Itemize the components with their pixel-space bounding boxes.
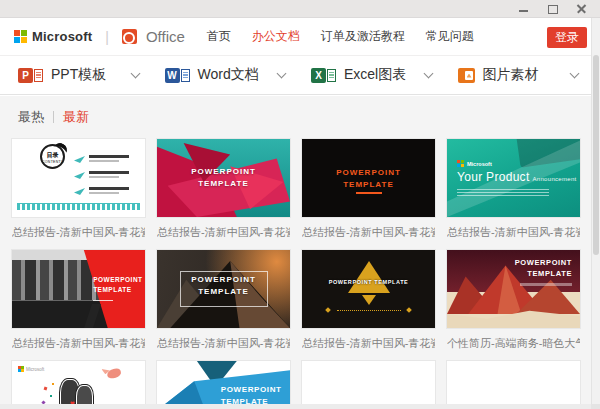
chevron-down-icon[interactable] [277, 68, 287, 78]
nav-link-home[interactable]: 首页 [207, 28, 231, 45]
vertical-scrollbar[interactable] [591, 18, 600, 404]
template-thumbnail[interactable]: POWERPOINT TEMPLATE [302, 250, 435, 328]
powerpoint-icon: P [18, 68, 43, 83]
vertical-scrollbar-thumb[interactable] [593, 55, 599, 255]
microsoft-logo-icon: Microsoft [18, 366, 44, 372]
category-ppt-templates[interactable]: P PPT模板 [4, 56, 151, 94]
template-card[interactable]: 目录 CONTENTS 总结报告-清新中国风-青花瓷配... [12, 139, 145, 240]
excel-icon-page [327, 69, 336, 82]
template-card[interactable]: POWERPOINTTEMPLATE 总结报告-清新中国风-青花瓷配... [157, 139, 290, 240]
template-caption[interactable]: 总结报告-清新中国风-青花瓷配... [157, 225, 290, 240]
template-card[interactable]: POWERPOINTTEMPLATE 个性简历-高端商务-暗色大气 [447, 250, 580, 351]
template-card[interactable]: POWERPOINTTEMPLATE [157, 361, 290, 409]
category-label: 图片素材 [483, 66, 539, 84]
category-bar: P PPT模板 W Word文档 X Excel图表 图片素材 [0, 55, 600, 95]
chevron-down-icon[interactable] [423, 68, 433, 78]
microsoft-office-logo: Microsoft | Office [14, 28, 185, 45]
template-caption[interactable]: 总结报告-清新中国风-青花瓷配... [157, 336, 290, 351]
template-thumbnail[interactable]: Microsoft Your ProductAnnouncement [447, 139, 580, 217]
template-card[interactable]: POWERPOINTTEMPLATE 总结报告-清新中国风-青花瓷配... [12, 250, 145, 351]
nav-link-faq[interactable]: 常见问题 [426, 28, 474, 45]
dotted-line-decoration [337, 310, 401, 311]
template-card[interactable] [302, 361, 435, 409]
filter-new[interactable]: 最新 [63, 108, 89, 126]
filter-separator [53, 111, 54, 123]
template-thumbnail[interactable]: POWERPOINTTEMPLATE [447, 250, 580, 328]
template-thumbnail[interactable]: Microsoft ♥ ♥ [12, 361, 145, 409]
text-lines-decoration [457, 189, 549, 196]
template-caption[interactable]: 个性简历-高端商务-暗色大气 [447, 336, 580, 351]
chevron-down-icon[interactable] [570, 68, 580, 78]
template-grid: 目录 CONTENTS 总结报告-清新中国风-青花瓷配... [12, 139, 600, 409]
template-thumbnail[interactable]: POWERPOINTTEMPLATE [12, 250, 145, 328]
template-card[interactable]: POWERPOINT TEMPLATE 总结报告-清新中国风-青花瓷配... [302, 250, 435, 351]
thumbnail-title: POWERPOINTTEMPLATE [157, 274, 290, 298]
nav-link-office-docs[interactable]: 办公文档 [252, 28, 300, 45]
template-thumbnail[interactable]: POWERPOINTTEMPLATE [157, 139, 290, 217]
template-thumbnail[interactable]: POWERPOINTTEMPLATE [302, 139, 435, 217]
template-card[interactable]: POWERPOINTTEMPLATE 总结报告-清新中国风-青花瓷配... [157, 250, 290, 351]
list-item-decoration [74, 155, 129, 163]
template-thumbnail[interactable]: 目录 CONTENTS [12, 139, 145, 217]
template-card[interactable] [447, 361, 580, 409]
template-thumbnail[interactable]: POWERPOINTTEMPLATE [157, 250, 290, 328]
template-caption[interactable]: 总结报告-清新中国风-青花瓷配... [302, 225, 435, 240]
underline-decoration [356, 192, 382, 194]
thumbnail-title: POWERPOINT TEMPLATE [302, 279, 435, 285]
template-caption[interactable]: 总结报告-清新中国风-青花瓷配... [302, 336, 435, 351]
thumbnail-title: POWERPOINTTEMPLATE [157, 166, 290, 190]
template-thumbnail[interactable] [447, 361, 580, 409]
thumbnail-title: POWERPOINTTEMPLATE [93, 275, 142, 301]
thumbnail-brand: Microsoft [26, 367, 44, 372]
filter-hot[interactable]: 最热 [18, 108, 44, 126]
scrollbar-corner [591, 404, 600, 409]
office-wordmark: Office [146, 28, 185, 45]
category-image-assets[interactable]: 图片素材 [444, 56, 591, 94]
template-thumbnail[interactable] [302, 361, 435, 409]
list-item-decoration [74, 187, 129, 195]
image-icon [458, 68, 475, 83]
template-caption[interactable]: 总结报告-清新中国风-青花瓷配... [447, 225, 580, 240]
category-label: Word文档 [198, 66, 259, 84]
app-window: Microsoft | Office 首页 办公文档 订单及激活教程 常见问题 … [0, 0, 600, 409]
titlebar [0, 0, 600, 18]
thumbnail-title: 目录 [42, 151, 63, 160]
category-excel-charts[interactable]: X Excel图表 [297, 56, 444, 94]
contents-circle: 目录 CONTENTS [40, 144, 65, 169]
template-card[interactable]: POWERPOINTTEMPLATE 总结报告-清新中国风-青花瓷配... [302, 139, 435, 240]
microsoft-logo-icon: Microsoft [457, 160, 492, 167]
thumbnail-title: POWERPOINTTEMPLATE [302, 167, 435, 191]
powerpoint-icon-letter: P [18, 68, 33, 83]
category-label: Excel图表 [344, 66, 406, 84]
content-area: 最热 最新 目录 CONTENTS [0, 96, 600, 409]
diamond-decoration [325, 307, 331, 313]
word-icon-page [181, 69, 190, 82]
nav-link-orders[interactable]: 订单及激活教程 [321, 28, 405, 45]
excel-icon-letter: X [311, 68, 326, 83]
template-thumbnail[interactable]: POWERPOINTTEMPLATE [157, 361, 290, 409]
template-card[interactable]: Microsoft Your ProductAnnouncement 总结报告-… [447, 139, 580, 240]
microsoft-wordmark: Microsoft [32, 29, 92, 44]
thumbnail-subtitle: Announcement [533, 176, 577, 182]
thumbnail-title: Your ProductAnnouncement [457, 170, 577, 184]
triangle-decoration [362, 295, 376, 305]
excel-icon: X [311, 68, 336, 83]
chevron-down-icon[interactable] [130, 68, 140, 78]
maximize-icon[interactable] [547, 3, 559, 15]
diamond-decoration [406, 307, 412, 313]
template-caption[interactable]: 总结报告-清新中国风-青花瓷配... [12, 225, 145, 240]
cupid-decoration [106, 367, 122, 379]
login-button[interactable]: 登录 [547, 27, 587, 48]
minimize-icon[interactable] [518, 3, 530, 15]
powerpoint-icon-page [34, 69, 43, 82]
microsoft-logo-icon [14, 30, 27, 43]
template-card[interactable]: Microsoft ♥ ♥ [12, 361, 145, 409]
close-icon[interactable] [576, 3, 588, 15]
thumbnail-subtitle: CONTENTS [42, 160, 63, 164]
category-label: PPT模板 [51, 66, 106, 84]
template-caption[interactable]: 总结报告-清新中国风-青花瓷配... [12, 336, 145, 351]
navbar: Microsoft | Office 首页 办公文档 订单及激活教程 常见问题 … [0, 18, 600, 55]
horizontal-scrollbar[interactable] [0, 404, 591, 409]
underline-decoration [93, 300, 113, 302]
category-word-docs[interactable]: W Word文档 [151, 56, 298, 94]
